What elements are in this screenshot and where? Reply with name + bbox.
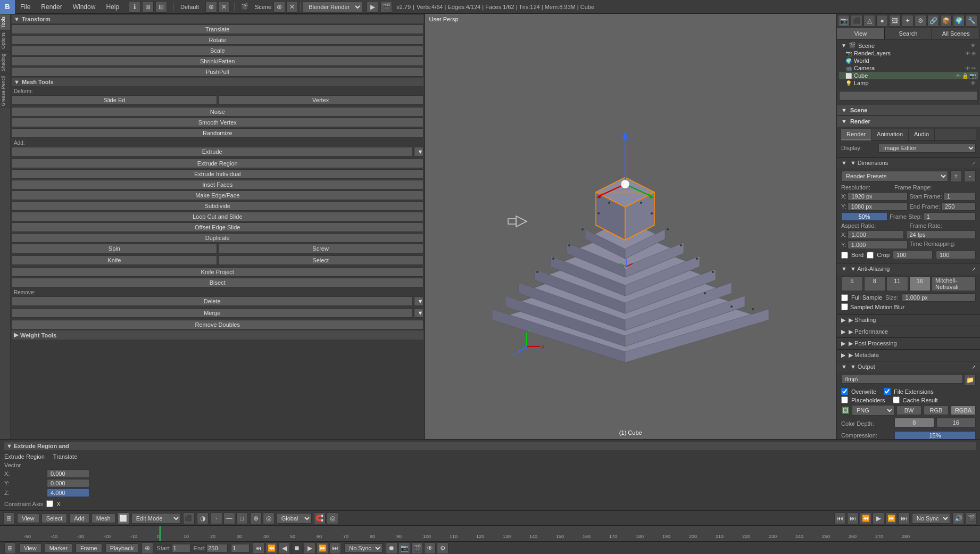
tab-grease-pencil[interactable]: Grease Pencil: [0, 73, 10, 109]
btn-rotate[interactable]: Rotate: [12, 35, 423, 45]
right-icon-render[interactable]: 📷: [838, 15, 850, 27]
output-path-browse[interactable]: 📁: [964, 374, 976, 386]
btn-delete[interactable]: Delete: [12, 296, 413, 306]
btn-slide-ed[interactable]: Slide Ed: [12, 95, 217, 105]
cache-checkbox[interactable]: [893, 396, 900, 403]
play-icon2[interactable]: ⏭: [847, 512, 859, 524]
layout-name[interactable]: Default: [176, 4, 203, 10]
btn-vertex[interactable]: Vertex: [218, 95, 423, 105]
btn-pushpull[interactable]: PushPull: [12, 67, 423, 77]
output-path-input[interactable]: [841, 374, 963, 384]
right-icon-phys[interactable]: ⚙: [915, 15, 926, 27]
view-icon2[interactable]: ◎: [263, 512, 275, 524]
blender-icon[interactable]: B: [0, 0, 15, 14]
btn-spin[interactable]: Spin: [12, 244, 217, 253]
tree-item-renderlayers[interactable]: 📷 RenderLayers 👁 ⊕: [839, 49, 978, 57]
op-x-axis-checkbox[interactable]: [46, 500, 53, 507]
compression-value[interactable]: 15%: [894, 431, 976, 439]
mesh-btn[interactable]: Mesh: [92, 514, 115, 523]
play-icon[interactable]: ⏮: [834, 512, 846, 524]
pivot-select[interactable]: Global Local Normal: [277, 513, 312, 524]
op-y-value[interactable]: 0.000: [47, 479, 89, 487]
vert-select[interactable]: ·: [211, 512, 222, 524]
engine-select[interactable]: Blender Render Cycles Render: [303, 2, 362, 12]
output-expand[interactable]: ↗: [971, 364, 976, 370]
eye-icon-rl[interactable]: 👁: [965, 51, 970, 56]
btn-merge[interactable]: Merge: [12, 308, 413, 318]
tree-item-cube[interactable]: ⬜ Cube 👁 🔒 📷: [839, 72, 978, 79]
btn-extrude-individual[interactable]: Extrude Individual: [12, 169, 423, 179]
metadata-header[interactable]: ▶ ▶ Metadata: [837, 350, 980, 361]
render-anim-icon[interactable]: 🎬: [411, 542, 423, 554]
display-select[interactable]: Image Editor: [878, 143, 976, 153]
cd-8[interactable]: 8: [894, 418, 934, 427]
placeholders-checkbox[interactable]: [841, 396, 848, 403]
btn-duplicate[interactable]: Duplicate: [12, 233, 423, 243]
aa-11[interactable]: 11: [886, 276, 908, 291]
solid-icon[interactable]: ⬛: [183, 512, 195, 524]
fps-value[interactable]: 24 fps: [906, 230, 976, 239]
aa-5[interactable]: 5: [841, 276, 863, 291]
dimensions-header[interactable]: ▼ ▼ Dimensions ↗: [837, 158, 980, 168]
pb-playback[interactable]: Playback: [105, 543, 139, 553]
shading-header[interactable]: ▶ ▶ Shading: [837, 315, 980, 326]
right-icon-tex[interactable]: 🖼: [889, 15, 901, 27]
rl-extra[interactable]: ⊕: [971, 51, 976, 56]
edge-select[interactable]: —: [223, 512, 235, 524]
camera-extra[interactable]: ✏: [971, 65, 976, 71]
size-value[interactable]: 1.000 px: [902, 293, 976, 302]
eye-icon-scene[interactable]: 👁: [970, 43, 976, 48]
cube-render[interactable]: 📷: [969, 73, 976, 79]
settings-icon[interactable]: ⚙: [437, 542, 449, 554]
crop-val[interactable]: 100: [936, 251, 976, 259]
mode-select[interactable]: Edit Mode Object Mode: [131, 513, 181, 524]
btn-bisect[interactable]: Bisect: [12, 278, 423, 287]
btn-loop-cut-slide[interactable]: Loop Cut and Slide: [12, 212, 423, 221]
tree-item-scene[interactable]: ▼ 🎬 Scene 👁: [839, 42, 978, 49]
sync-select[interactable]: No Sync: [912, 513, 950, 524]
record-icon[interactable]: ⏺: [386, 542, 397, 554]
format-select[interactable]: PNG JPEG OpenEXR: [852, 405, 894, 416]
right-icon-mesh[interactable]: △: [863, 15, 875, 27]
btn-select[interactable]: Select: [218, 255, 423, 265]
view-btn[interactable]: View: [17, 514, 39, 523]
tree-item-camera[interactable]: 📹 Camera 👁 ✏: [839, 64, 978, 72]
viewport-icon[interactable]: ⊞: [3, 512, 15, 524]
stop[interactable]: ⏹: [291, 542, 303, 554]
presets-add[interactable]: +: [950, 170, 962, 182]
rgb-btn[interactable]: RGB: [924, 406, 949, 415]
end-frame-input[interactable]: [206, 544, 228, 552]
tab-options[interactable]: Options: [0, 30, 10, 51]
dim-expand[interactable]: ↗: [971, 160, 976, 166]
view-icon1[interactable]: ⊕: [250, 512, 262, 524]
btn-subdivide[interactable]: Subdivide: [12, 201, 423, 211]
aa-8[interactable]: 8: [864, 276, 886, 291]
play-back[interactable]: ⏪: [860, 512, 871, 524]
btn-screw[interactable]: Screw: [218, 244, 423, 253]
anim-icon[interactable]: 🎬: [965, 512, 977, 524]
right-icon-const[interactable]: 🔗: [927, 15, 939, 27]
engine-icon2[interactable]: 🎬: [380, 1, 392, 13]
tree-item-world[interactable]: 🌍 World: [839, 57, 978, 64]
rgba-btn[interactable]: RGBA: [951, 406, 976, 415]
weight-tools-header[interactable]: ▶ Weight Tools: [12, 330, 423, 340]
overwrite-checkbox[interactable]: [841, 388, 848, 395]
info-icon[interactable]: ℹ: [129, 1, 140, 13]
bord-val[interactable]: 100: [893, 251, 933, 259]
transform-header[interactable]: ▼ Transform: [12, 15, 423, 23]
timeline-track[interactable]: -50 -40 -30 -20 -10 0 10 20 30 40 50 60 …: [0, 526, 980, 541]
play-end[interactable]: ⏭: [898, 512, 910, 524]
tab-view[interactable]: View: [837, 28, 885, 39]
layout-select[interactable]: ⊞: [142, 1, 154, 13]
start-frame-value[interactable]: 1: [943, 192, 976, 201]
eye-icon-lamp[interactable]: 👁: [970, 80, 976, 86]
cam-icon[interactable]: 📷: [398, 542, 410, 554]
btn-extrude-region[interactable]: Extrude Region: [12, 159, 423, 168]
btn-merge-arrow[interactable]: ▼: [414, 308, 423, 318]
btn-remove-doubles[interactable]: Remove Doubles: [12, 320, 423, 329]
shading-icon[interactable]: ◑: [197, 512, 209, 524]
pb-view[interactable]: View: [19, 543, 41, 553]
menu-window[interactable]: Window: [68, 0, 101, 13]
right-icon-world[interactable]: 🔧: [966, 15, 977, 27]
bord-checkbox[interactable]: [841, 252, 848, 259]
